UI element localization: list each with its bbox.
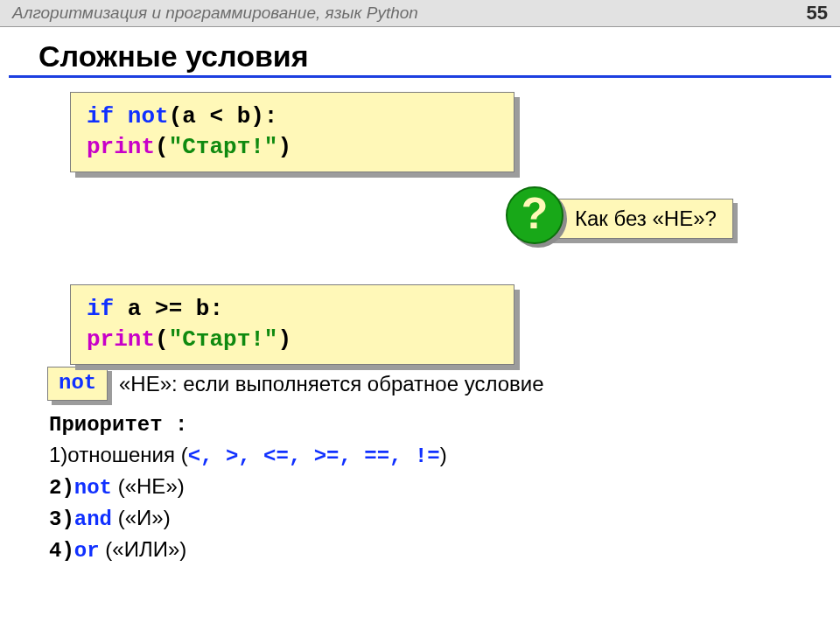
priority-kw: or [74, 539, 100, 563]
code-text: ( [155, 134, 169, 160]
code-text: ( [155, 326, 169, 353]
code-text: ) [277, 134, 291, 160]
code-text: ) [277, 326, 291, 353]
priority-ops: <, >, <=, >=, ==, != [188, 444, 440, 468]
priority-item: 2)not («НЕ») [49, 472, 840, 503]
priority-num: 2) [49, 476, 74, 500]
kw-print: print [87, 326, 155, 353]
priority-list: Приоритет : 1)отношения (<, >, <=, >=, =… [49, 410, 840, 566]
question-badge-icon: ? [506, 186, 564, 244]
priority-text: («НЕ») [112, 474, 185, 498]
code-box-1: if not(a < b): print("Старт!") [70, 92, 514, 172]
kw-if: if [87, 296, 114, 322]
row-code-2: if a >= b: print("Старт!") [0, 279, 840, 375]
row-not-expl: not «НЕ»: если выполняется обратное усло… [0, 188, 840, 237]
priority-num: 4) [49, 539, 74, 563]
course-title: Алгоритмизация и программирование, язык … [12, 4, 418, 23]
page-number: 55 [807, 2, 828, 24]
kw-print: print [87, 134, 155, 160]
priority-text: («ИЛИ») [100, 537, 187, 561]
priority-kw: and [74, 508, 112, 531]
code-line: if not(a < b): [87, 102, 498, 132]
code-text: (a < b): [169, 103, 278, 130]
priority-item: 1)отношения (<, >, <=, >=, ==, !=) [49, 440, 840, 472]
priority-text: 1)отношения ( [49, 443, 188, 466]
row-code-1: if not(a < b): print("Старт!") Как без «… [0, 92, 840, 188]
priority-item: 3)and («И») [49, 503, 840, 535]
not-explanation: «НЕ»: если выполняется обратное условие [119, 372, 544, 396]
priority-text: («И») [112, 506, 171, 529]
code-text: a >= b: [114, 296, 223, 322]
code-line: if a >= b: [87, 294, 498, 325]
priority-kw: not [74, 476, 112, 500]
priority-text: ) [440, 443, 447, 466]
slide-title: Сложные условия [9, 31, 831, 78]
priority-num: 3) [49, 508, 74, 531]
slide-header: Алгоритмизация и программирование, язык … [0, 0, 840, 27]
kw-not: not [114, 103, 168, 130]
priority-item: 4)or («ИЛИ») [49, 535, 840, 566]
code-line: print("Старт!") [87, 325, 498, 355]
code-line: print("Старт!") [87, 132, 498, 163]
string-literal: "Старт!" [169, 134, 278, 160]
string-literal: "Старт!" [169, 326, 278, 353]
kw-if: if [87, 103, 114, 130]
code-box-2: if a >= b: print("Старт!") [70, 284, 514, 365]
priority-heading: Приоритет : [49, 410, 840, 440]
